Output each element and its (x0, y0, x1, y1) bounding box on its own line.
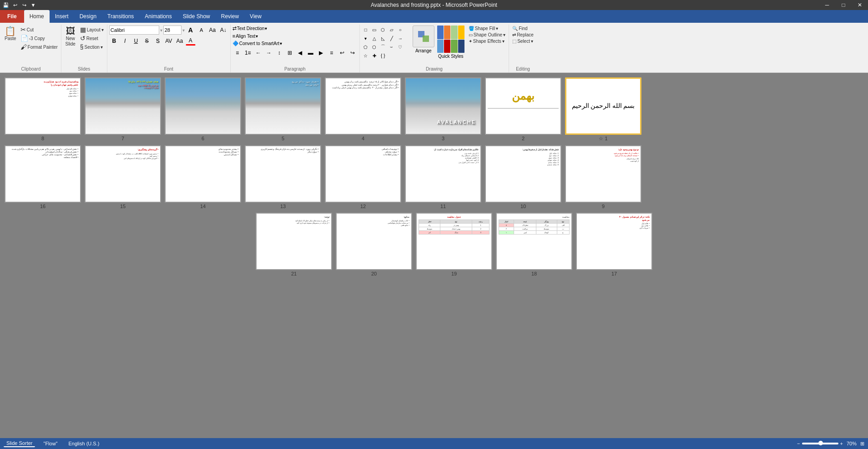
slide-item-21[interactable]: توجه: • از رفتن به پیست‌های سکی خطرناک ا… (256, 213, 332, 276)
convert-smartart-label[interactable]: Convert to SmartArt (239, 41, 279, 46)
shape-pentagon[interactable]: ⬠ (362, 43, 370, 51)
slide-item-17[interactable]: نکته: در اثر این تصادم معمول ۳۰می شود • … (576, 213, 652, 276)
close-button[interactable]: ✕ (852, 0, 868, 10)
slide-item-2[interactable]: بهمن 2 (485, 77, 561, 142)
tab-animations[interactable]: Animations (139, 10, 177, 23)
zoom-in-icon[interactable]: + (840, 441, 843, 446)
tab-home[interactable]: Home (24, 10, 50, 23)
replace-button[interactable]: ⇄ Replace (511, 32, 535, 38)
bold-button[interactable]: B (109, 36, 119, 46)
style-2[interactable] (444, 26, 450, 39)
shape-hexagon[interactable]: ⬡ (370, 43, 378, 51)
save-icon[interactable]: 💾 (2, 1, 10, 9)
find-button[interactable]: 🔍 Find (511, 26, 535, 31)
slide-item-5[interactable]: • معرف مورد - به کار می رود• ارائه می ده… (245, 77, 321, 142)
undo-icon[interactable]: ↩ (11, 1, 19, 9)
shape-star[interactable]: ☆ (362, 51, 370, 60)
slide-thumb-18[interactable]: مقایسه نوعویژگینتیجهامتیاز الفبزرگخطرناک… (496, 213, 572, 270)
redo-icon[interactable]: ↪ (20, 1, 28, 9)
slide-thumb-7[interactable]: هدف: شماره ۲۳ تا ۲۲، مان ۱۵ متن قرمز رنگ… (85, 77, 161, 135)
slide-thumb-6[interactable] (165, 77, 241, 135)
align-text-dropdown[interactable]: ▾ (256, 34, 258, 39)
tab-transitions[interactable]: Transitions (102, 10, 139, 23)
font-size-dropdown[interactable]: ▾ (182, 28, 185, 33)
slide-thumb-15[interactable]: • گزينه‌هاي پيشگيري: • مسیر مورد استفاده… (85, 145, 161, 203)
shape-outline-dropdown[interactable]: ▾ (503, 32, 505, 37)
format-painter-button[interactable]: 🖌 Format Painter (19, 43, 59, 51)
customize-qat-icon[interactable]: ▼ (29, 1, 37, 9)
cut-button[interactable]: ✂ Cut (19, 26, 59, 34)
more-font-button[interactable]: A↓ (218, 26, 228, 35)
shape-connector[interactable]: ⌣ (388, 43, 396, 51)
slide-thumb-19[interactable]: جدول مقایسه ردیفنوعخطر 1بهمن ترزیاد 2بهم… (416, 213, 492, 270)
flow-tab[interactable]: "Flow" (40, 440, 60, 447)
align-text-label[interactable]: Align Text (236, 34, 255, 39)
columns-button[interactable]: ⊞ (285, 48, 295, 57)
text-dir-dropdown[interactable]: ▾ (265, 26, 267, 31)
right-align-button[interactable]: ▶ (316, 48, 326, 57)
fit-window-icon[interactable]: ⊞ (860, 441, 864, 447)
copy-button[interactable]: 📄 -3 Copy (19, 34, 59, 42)
language-indicator[interactable]: English (U.S.) (66, 440, 102, 447)
new-slide-button[interactable]: 🖼 NewSlide (63, 26, 78, 48)
shape-parallelogram[interactable]: ▱ (388, 26, 396, 34)
shadow-button[interactable]: S (153, 36, 163, 46)
style-3[interactable] (451, 26, 457, 39)
slide-thumb-1[interactable]: بسم الله الرحمن الرحيم (565, 77, 641, 135)
bullets-button[interactable]: ≡ (232, 48, 242, 57)
style-5[interactable] (437, 40, 444, 53)
slide-item-4[interactable]: • اگر دمای هوا بالاتر از ۱۵ درصد ماکسیمم… (325, 77, 401, 142)
decrease-indent-button[interactable]: ← (253, 48, 263, 57)
tab-slideshow[interactable]: Slide Show (177, 10, 216, 23)
slide-item-14[interactable]: • بيشتر محدوديت‌هاي • مسائل محدودكننده •… (165, 145, 241, 209)
slide-thumb-10[interactable]: شش نشانه هشدار قبل از سقوط بهمن: 1. نشان… (485, 145, 561, 203)
slide-item-16[interactable]: • نقش اجتماعی - با بهمن هم در بالا و هم … (5, 145, 81, 209)
slide-thumb-17[interactable]: نکته: در اثر این تصادم معمول ۳۰می شود • … (576, 213, 652, 270)
slide-thumb-4[interactable]: • اگر دمای هوا بالاتر از ۱۵ درصد ماکسیمم… (325, 77, 401, 135)
style-4[interactable] (458, 26, 464, 39)
zoom-thumb[interactable] (818, 441, 823, 445)
underline-button[interactable]: U (131, 36, 141, 46)
left-align-button[interactable]: ◀ (295, 48, 305, 57)
tab-review[interactable]: Review (216, 10, 244, 23)
smartart-dropdown[interactable]: ▾ (280, 41, 282, 46)
text-direction-label[interactable]: Text Direction (237, 26, 265, 31)
minimize-button[interactable]: ─ (819, 0, 835, 10)
style-7[interactable] (451, 40, 457, 53)
zoom-out-icon[interactable]: − (797, 441, 800, 446)
slide-thumb-14[interactable]: • بيشتر محدوديت‌هاي • مسائل محدودكننده •… (165, 145, 241, 203)
shape-heart[interactable]: ♡ (396, 43, 404, 51)
shape-line[interactable]: ╱ (388, 34, 396, 42)
reset-button[interactable]: ↺ Reset (79, 34, 105, 42)
shape-rounded-rect[interactable]: ▭ (370, 26, 378, 34)
shape-arrow[interactable]: → (396, 34, 404, 42)
slide-item-13[interactable]: • نگرانی مورد - از بستند فارسی بند داران… (245, 145, 321, 209)
shape-oval[interactable]: ○ (396, 26, 404, 34)
increase-indent-button[interactable]: → (264, 48, 274, 57)
justify-button[interactable]: ≡ (327, 48, 337, 57)
quick-styles-label[interactable]: Quick Styles (437, 54, 464, 59)
line-spacing-button[interactable]: ↕ (274, 48, 284, 57)
strikethrough-button[interactable]: S (142, 36, 152, 46)
slide-thumb-8[interactable]: وندانستيمان شرم ات بود همارا ون بهعلفی ر… (5, 77, 81, 135)
slide-sorter-tab[interactable]: Slide Sorter (4, 440, 35, 447)
slide-item-11[interactable]: علائم و نشانه‌های افراد سرمازده عبارت اس… (405, 145, 481, 209)
section-button[interactable]: § Section ▾ (79, 43, 105, 51)
style-6[interactable] (444, 40, 450, 53)
slide-thumb-5[interactable]: • معرف مورد - به کار می رود• ارائه می ده… (245, 77, 321, 135)
select-button[interactable]: ⬚ Select ▾ (511, 38, 535, 44)
slide-item-19[interactable]: جدول مقایسه ردیفنوعخطر 1بهمن ترزیاد 2بهم… (416, 213, 492, 276)
slide-thumb-12[interactable]: • توضیحات اضافی • موارد مختلف • بیشتر اط… (325, 145, 401, 203)
slide-item-6[interactable]: 6 (165, 77, 241, 142)
slide-item-12[interactable]: • توضیحات اضافی • موارد مختلف • بیشتر اط… (325, 145, 401, 209)
tab-file[interactable]: File (0, 10, 24, 23)
char-spacing-button[interactable]: AV (164, 36, 174, 46)
slide-item-20[interactable]: منابع: • کتاب راهنمای کوهستان • وب‌سایت … (336, 213, 412, 276)
clear-format-button[interactable]: Aa (207, 26, 217, 35)
slide-thumb-11[interactable]: علائم و نشانه‌های افراد سرمازده عبارت اس… (405, 145, 481, 203)
tab-insert[interactable]: Insert (50, 10, 74, 23)
slide-item-8[interactable]: وندانستيمان شرم ات بود همارا ون بهعلفی ر… (5, 77, 81, 142)
grow-font-button[interactable]: A (186, 26, 196, 35)
slide-item-15[interactable]: • گزينه‌هاي پيشگيري: • مسیر مورد استفاده… (85, 145, 161, 209)
slide-thumb-2[interactable]: بهمن (485, 77, 561, 135)
